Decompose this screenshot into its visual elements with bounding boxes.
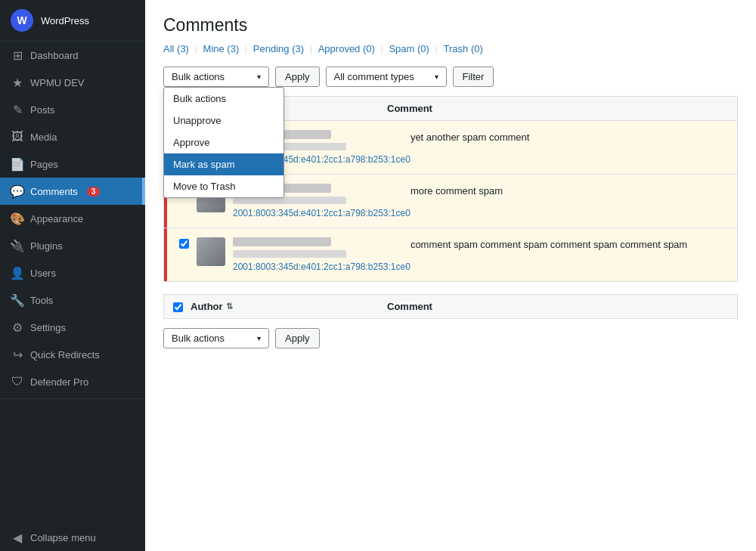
chevron-down-icon-bottom: ▾ — [257, 334, 261, 342]
sidebar-label-appearance: Appearance — [30, 213, 83, 224]
filter-button[interactable]: Filter — [453, 67, 494, 87]
author-ip-2: 2001:8003:345d:e401:2cc1:a798:b253:1ce0 — [233, 262, 411, 272]
sidebar-label-media: Media — [30, 132, 57, 143]
author-info-2: 2001:8003:345d:e401:2cc1:a798:b253:1ce0 — [233, 237, 411, 272]
comment-type-label: All comment types — [334, 71, 414, 82]
author-ip-1: 2001:8003:345d:e401:2cc1:a798:b253:1ce0 — [233, 208, 411, 218]
media-icon: 🖼 — [11, 130, 24, 144]
sidebar-item-tools[interactable]: 🔧 Tools — [0, 286, 145, 314]
apply-button-bottom[interactable]: Apply — [275, 328, 320, 348]
sidebar-nav: ⊞ Dashboard ★ WPMU DEV ✎ Posts 🖼 Media 📄… — [0, 42, 145, 395]
table-row: 2001:8003:345d:e401:2cc1:a798:b253:1ce0 … — [163, 228, 738, 282]
sidebar-label-settings: Settings — [30, 322, 66, 333]
sidebar-item-pages[interactable]: 📄 Pages — [0, 150, 145, 178]
author-column-footer: Author ⇅ — [191, 301, 387, 312]
dropdown-item-approve[interactable]: Approve — [164, 132, 284, 153]
collapse-icon: ◀ — [11, 531, 24, 544]
filter-link-all[interactable]: All (3) — [163, 43, 189, 54]
bulk-actions-dropdown-bottom[interactable]: Bulk actions ▾ — [163, 328, 269, 348]
dropdown-item-mark-as-spam[interactable]: Mark as spam — [164, 153, 284, 175]
settings-icon: ⚙ — [11, 320, 24, 334]
posts-icon: ✎ — [11, 103, 24, 116]
select-all-checkbox-bottom[interactable] — [173, 302, 183, 312]
row-checkbox-2[interactable] — [179, 239, 189, 249]
comments-icon: 💬 — [11, 184, 24, 198]
bulk-actions-label: Bulk actions — [172, 71, 225, 82]
badge-comments: 3 — [87, 187, 101, 197]
bulk-actions-dropdown[interactable]: Bulk actions ▾ — [163, 67, 269, 87]
apply-button-top[interactable]: Apply — [275, 67, 320, 87]
bottom-toolbar: Author ⇅ Comment — [163, 285, 738, 328]
sidebar-label-tools: Tools — [30, 295, 53, 306]
filter-link-separator: | — [432, 43, 441, 54]
bulk-actions-label-bottom: Bulk actions — [172, 333, 225, 344]
users-icon: 👤 — [11, 266, 24, 280]
sidebar-item-defender-pro[interactable]: 🛡 Defender Pro — [0, 368, 145, 395]
appearance-icon: 🎨 — [11, 212, 24, 225]
defender-pro-icon: 🛡 — [11, 375, 24, 388]
sidebar-label-comments: Comments — [30, 186, 78, 197]
sidebar-item-users[interactable]: 👤 Users — [0, 259, 145, 286]
sidebar-item-appearance[interactable]: 🎨 Appearance — [0, 205, 145, 232]
author-email-2 — [233, 250, 346, 258]
page-title: Comments — [163, 15, 738, 36]
comment-text-0: yet another spam comment — [411, 130, 728, 143]
pages-icon: 📄 — [11, 157, 24, 171]
plugins-icon: 🔌 — [11, 239, 24, 252]
comment-column-footer: Comment — [387, 301, 432, 312]
sidebar-divider — [0, 398, 145, 399]
wpmu-dev-icon: ★ — [11, 76, 24, 89]
sidebar-item-quick-redirects[interactable]: ↪ Quick Redirects — [0, 341, 145, 368]
sidebar-item-wpmu-dev[interactable]: ★ WPMU DEV — [0, 69, 145, 96]
sidebar-item-dashboard[interactable]: ⊞ Dashboard — [0, 42, 145, 69]
comment-text-2: comment spam comment spam comment spam c… — [411, 237, 728, 250]
sidebar-item-posts[interactable]: ✎ Posts — [0, 96, 145, 123]
main-content: Comments All (3) | Mine (3) | Pending (3… — [145, 0, 756, 551]
sidebar-label-plugins: Plugins — [30, 240, 63, 252]
collapse-menu-button[interactable]: ◀ Collapse menu — [0, 524, 145, 551]
comment-column-header: Comment — [387, 103, 432, 114]
avatar-2 — [197, 237, 225, 266]
sidebar-label-users: Users — [30, 268, 56, 279]
quick-redirects-icon: ↪ — [11, 348, 24, 361]
dropdown-item-unapprove[interactable]: Unapprove — [164, 110, 284, 132]
dashboard-icon: ⊞ — [11, 48, 24, 62]
content-area: Comments All (3) | Mine (3) | Pending (3… — [145, 0, 756, 551]
bottom-action-bar: Bulk actions ▾ Apply — [163, 328, 738, 348]
filter-link-separator: | — [192, 43, 200, 54]
bulk-actions-menu: Bulk actionsUnapproveApproveMark as spam… — [163, 87, 284, 198]
sidebar-label-pages: Pages — [30, 159, 58, 170]
filter-link-pending[interactable]: Pending (3) — [253, 43, 304, 54]
chevron-down-icon-2: ▾ — [435, 73, 438, 81]
filter-link-spam[interactable]: Spam (0) — [389, 43, 429, 54]
sidebar-item-settings[interactable]: ⚙ Settings — [0, 314, 145, 341]
sidebar: W WordPress ⊞ Dashboard ★ WPMU DEV ✎ Pos… — [0, 0, 145, 551]
bulk-actions-wrapper: Bulk actions ▾ Bulk actionsUnapproveAppr… — [163, 67, 269, 87]
author-name-2 — [233, 237, 331, 246]
pending-bar — [164, 228, 167, 281]
sidebar-item-media[interactable]: 🖼 Media — [0, 123, 145, 150]
tools-icon: 🔧 — [11, 293, 24, 307]
dropdown-item-bulk-actions[interactable]: Bulk actions — [164, 88, 284, 110]
sidebar-item-plugins[interactable]: 🔌 Plugins — [0, 232, 145, 259]
sidebar-label-dashboard: Dashboard — [30, 50, 79, 61]
filter-link-trash[interactable]: Trash (0) — [444, 43, 483, 54]
dropdown-item-move-to-trash[interactable]: Move to Trash — [164, 175, 284, 197]
filter-link-mine[interactable]: Mine (3) — [203, 43, 240, 54]
sidebar-label-defender-pro: Defender Pro — [30, 376, 88, 388]
chevron-down-icon: ▾ — [257, 73, 261, 81]
filter-links: All (3) | Mine (3) | Pending (3) | Appro… — [163, 43, 738, 54]
sort-arrows-icon-bottom: ⇅ — [226, 302, 233, 311]
filter-link-approved[interactable]: Approved (0) — [318, 43, 375, 54]
wp-logo-icon: W — [11, 9, 33, 32]
sidebar-item-comments[interactable]: 💬 Comments 3 — [0, 178, 145, 205]
sidebar-logo: W WordPress — [0, 0, 145, 42]
comment-text-1: more comment spam — [411, 184, 728, 197]
site-name: WordPress — [41, 15, 89, 26]
comment-type-dropdown[interactable]: All comment types ▾ — [326, 67, 447, 87]
filter-link-separator: | — [242, 43, 250, 54]
collapse-label: Collapse menu — [30, 532, 96, 543]
top-toolbar: Bulk actions ▾ Bulk actionsUnapproveAppr… — [163, 67, 738, 87]
sidebar-label-wpmu-dev: WPMU DEV — [30, 77, 85, 88]
sidebar-label-posts: Posts — [30, 104, 55, 116]
